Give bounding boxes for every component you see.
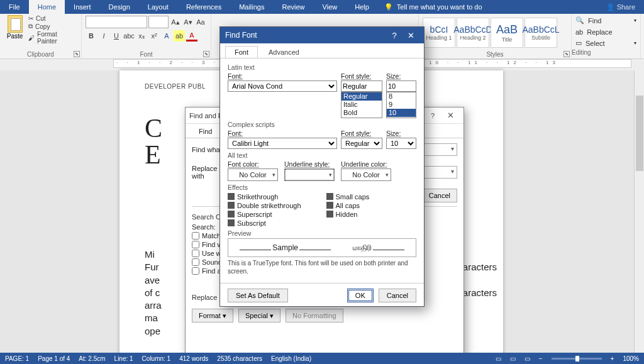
find-whole-check[interactable] (192, 241, 199, 248)
help-icon[interactable]: ? (386, 31, 402, 40)
clipboard-dialog-launcher[interactable]: ⬊ (74, 51, 80, 57)
underline-button[interactable]: U (111, 30, 122, 41)
font-name-select[interactable] (86, 16, 147, 28)
complex-font-select[interactable]: Calibri Light (228, 138, 337, 149)
hidden-check[interactable]: Hidden (326, 210, 370, 218)
tab-find[interactable]: Find (191, 125, 220, 138)
no-formatting-button[interactable]: No Formatting (286, 309, 343, 323)
status-line[interactable]: Line: 1 (114, 355, 133, 362)
find-all-check[interactable] (192, 267, 199, 275)
status-column[interactable]: Column: 1 (142, 355, 171, 362)
sounds-like-check[interactable] (192, 258, 199, 266)
zoom-level[interactable]: 100% (623, 355, 639, 362)
complex-scripts-label: Complex scripts (228, 121, 416, 128)
underline-color-label: Underline color: (341, 160, 391, 168)
cancel-button[interactable]: Cancel (422, 189, 457, 202)
strikethrough-check[interactable]: Strikethrough (228, 192, 301, 201)
complex-size-select[interactable]: 10 (386, 138, 416, 149)
style-subtitle[interactable]: AaBbCcLSubtitle (525, 18, 557, 48)
complex-style-select[interactable]: Regular (341, 138, 382, 149)
italic-button[interactable]: I (98, 30, 109, 41)
tab-review[interactable]: Review (274, 0, 314, 14)
close-button[interactable]: ✕ (441, 111, 460, 120)
style-heading1[interactable]: bCcIHeading 1 (423, 18, 455, 48)
close-icon[interactable]: ✕ (402, 31, 419, 40)
latin-size-input[interactable] (386, 80, 416, 92)
tab-advanced[interactable]: Advanced (259, 46, 309, 58)
paste-button[interactable]: Paste (4, 15, 26, 49)
underline-color-combo[interactable]: No Color (341, 168, 391, 181)
help-icon[interactable]: ? (425, 112, 441, 119)
status-page[interactable]: PAGE: 1 (5, 355, 29, 362)
font-color-button[interactable]: A (186, 30, 197, 41)
grow-font-button[interactable]: A▴ (170, 16, 181, 28)
subscript-check[interactable]: Subscript (228, 219, 301, 227)
share-button[interactable]: 👤 Share (597, 3, 644, 11)
status-words[interactable]: 412 words (179, 355, 208, 362)
tab-font[interactable]: Font (225, 46, 258, 58)
tab-mailings[interactable]: Mailings (230, 0, 273, 14)
small-caps-check[interactable]: Small caps (326, 192, 370, 201)
dropcap-c: C (145, 115, 162, 141)
bold-button[interactable]: B (86, 30, 97, 41)
double-strike-check[interactable]: Double strikethrough (228, 201, 301, 209)
font-size-select[interactable] (148, 16, 169, 28)
effects-label: Effects (228, 184, 416, 191)
match-case-check[interactable] (192, 232, 199, 240)
tab-file[interactable]: File (0, 0, 29, 14)
subscript-button[interactable]: x₂ (136, 30, 147, 41)
style-title[interactable]: AaBTitle (491, 18, 523, 48)
cut-button[interactable]: ✂Cut (28, 15, 77, 22)
tab-design[interactable]: Design (100, 0, 139, 14)
tab-view[interactable]: View (314, 0, 347, 14)
latin-style-input[interactable] (341, 80, 382, 92)
latin-style-list[interactable]: Regular Italic Bold (341, 92, 382, 118)
tab-help[interactable]: Help (346, 0, 378, 14)
style-heading2[interactable]: AaBbCcDHeading 2 (457, 18, 489, 48)
text-effects-button[interactable]: A (161, 30, 172, 41)
paste-label: Paste (7, 33, 23, 40)
status-page-of[interactable]: Page 1 of 4 (38, 355, 70, 362)
zoom-in-button[interactable]: + (611, 355, 614, 362)
use-wildcards-check[interactable] (192, 250, 199, 257)
tell-me-search[interactable]: 💡 Tell me what you want to do (384, 3, 482, 11)
scissors-icon: ✂ (28, 15, 33, 22)
format-button[interactable]: Format ▾ (192, 309, 233, 323)
scrollbar-thumb[interactable] (636, 96, 643, 171)
tab-references[interactable]: References (177, 0, 230, 14)
shrink-font-button[interactable]: A▾ (182, 16, 194, 28)
find-button[interactable]: 🔍Find▾ (575, 15, 636, 26)
tab-layout[interactable]: Layout (139, 0, 177, 14)
zoom-slider[interactable] (552, 358, 602, 360)
latin-size-list[interactable]: 8 9 10 (386, 92, 416, 118)
view-read-icon[interactable]: ▭ (496, 355, 501, 362)
set-default-button[interactable]: Set As Default (228, 289, 288, 302)
status-chars[interactable]: 2535 characters (217, 355, 262, 362)
view-web-icon[interactable]: ▭ (525, 355, 530, 362)
vertical-scrollbar[interactable] (634, 70, 644, 353)
cancel-button[interactable]: Cancel (379, 289, 416, 302)
font-dialog-launcher[interactable]: ⬊ (203, 51, 209, 57)
ok-button[interactable]: OK (347, 289, 374, 302)
underline-style-combo[interactable] (284, 168, 335, 181)
copy-button[interactable]: ⧉Copy (28, 23, 77, 30)
superscript-check[interactable]: Superscript (228, 210, 301, 218)
replace-button[interactable]: abReplace (575, 26, 636, 37)
chevron-down-icon: ▾ (634, 18, 636, 23)
change-case-button[interactable]: Aa (195, 16, 206, 28)
tab-home[interactable]: Home (29, 0, 65, 14)
font-color-combo[interactable]: No Color (228, 168, 278, 181)
latin-font-select[interactable]: Arial Nova Cond (228, 80, 337, 92)
status-lang[interactable]: English (India) (271, 355, 311, 362)
styles-dialog-launcher[interactable]: ⬊ (564, 51, 570, 57)
all-caps-check[interactable]: All caps (326, 201, 370, 209)
format-painter-button[interactable]: 🖌Format Painter (28, 31, 77, 45)
highlight-button[interactable]: ab (174, 30, 185, 41)
special-button[interactable]: Special ▾ (238, 309, 280, 323)
superscript-button[interactable]: x² (148, 30, 160, 41)
view-print-icon[interactable]: ▭ (510, 355, 516, 362)
strikethrough-button[interactable]: abc (123, 30, 135, 41)
tab-insert[interactable]: Insert (65, 0, 100, 14)
zoom-out-button[interactable]: − (539, 355, 543, 362)
status-at[interactable]: At: 2.5cm (79, 355, 105, 362)
